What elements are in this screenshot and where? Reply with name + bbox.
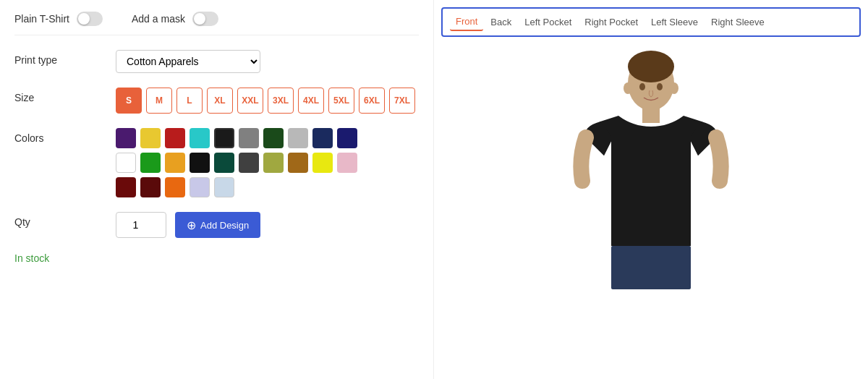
add-design-button[interactable]: ⊕ Add Design [175,212,260,238]
color-swatch[interactable] [239,153,259,173]
color-swatch[interactable] [337,128,357,148]
plus-circle-icon: ⊕ [187,218,196,232]
size-xl[interactable]: XL [207,88,233,114]
color-swatch[interactable] [190,128,210,148]
print-type-label: Print type [14,50,116,66]
view-tabs: Front Back Left Pocket Right Pocket Left… [441,7,861,37]
size-3xl[interactable]: 3XL [268,88,294,114]
qty-row: Qty ⊕ Add Design [14,212,419,238]
qty-input[interactable] [116,212,166,238]
tab-front[interactable]: Front [450,13,483,31]
size-label: Size [14,88,116,103]
size-m[interactable]: M [146,88,172,114]
tab-back[interactable]: Back [485,14,517,30]
plain-tshirt-toggle[interactable] [77,12,103,26]
color-swatch[interactable] [263,128,284,148]
tab-left-sleeve[interactable]: Left Sleeve [645,14,704,30]
add-mask-label: Add a mask [132,13,185,25]
size-options: S M L XL XXL 3XL 4XL 5XL 6XL 7XL [116,88,415,114]
color-swatch[interactable] [288,153,308,173]
svg-point-1 [628,51,674,82]
color-swatch[interactable] [165,128,185,148]
add-mask-group: Add a mask [132,12,218,26]
color-swatch[interactable] [116,128,136,148]
color-swatch[interactable] [214,153,234,173]
plain-tshirt-label: Plain T-Shirt [14,13,69,25]
print-type-select[interactable]: Cotton Apparels Polyester Blend [116,50,260,73]
size-s[interactable]: S [116,88,142,114]
qty-label: Qty [14,212,116,228]
color-swatch-white[interactable] [116,153,136,173]
svg-rect-2 [642,107,660,123]
svg-point-6 [670,82,678,94]
color-swatch[interactable] [140,128,161,148]
left-panel: Plain T-Shirt Add a mask Print type Cott… [0,0,434,379]
color-swatch[interactable] [165,177,185,197]
color-swatch[interactable] [190,177,210,197]
size-4xl[interactable]: 4XL [298,88,324,114]
tab-left-pocket[interactable]: Left Pocket [519,14,577,30]
color-swatch[interactable] [337,153,357,173]
size-row: Size S M L XL XXL 3XL 4XL 5XL 6XL 7XL [14,88,419,114]
svg-rect-7 [611,246,691,289]
add-mask-toggle[interactable] [192,12,218,26]
size-xxl[interactable]: XXL [237,88,263,114]
size-6xl[interactable]: 6XL [359,88,385,114]
top-controls: Plain T-Shirt Add a mask [14,12,419,35]
size-7xl[interactable]: 7XL [389,88,415,114]
color-swatch[interactable] [288,128,308,148]
plain-tshirt-group: Plain T-Shirt [14,12,103,26]
color-swatch[interactable] [312,153,333,173]
color-swatch[interactable] [263,153,284,173]
color-swatch[interactable] [312,128,333,148]
color-swatch[interactable] [239,128,259,148]
right-wrapper: Front Back Left Pocket Right Pocket Left… [434,0,868,379]
person-tshirt-svg [542,43,760,318]
color-swatch[interactable] [140,153,161,173]
in-stock-label: In stock [14,252,419,264]
color-swatch[interactable] [140,177,161,197]
size-l[interactable]: L [176,88,203,114]
right-panel: Front Back Left Pocket Right Pocket Left… [434,0,868,379]
color-swatch[interactable] [116,177,136,197]
tab-right-sleeve[interactable]: Right Sleeve [705,14,770,30]
svg-point-4 [657,83,663,90]
svg-point-5 [624,82,632,94]
color-swatches [116,128,362,197]
color-swatch[interactable] [214,177,234,197]
print-type-row: Print type Cotton Apparels Polyester Ble… [14,50,419,73]
color-swatch[interactable] [190,153,210,173]
add-design-label: Add Design [200,220,249,231]
color-swatch[interactable] [165,153,185,173]
tab-right-pocket[interactable]: Right Pocket [579,14,644,30]
svg-point-3 [639,83,645,90]
colors-row: Colors [14,128,419,197]
tshirt-preview [499,43,803,362]
size-5xl[interactable]: 5XL [328,88,354,114]
color-swatch-black[interactable] [214,128,234,148]
colors-label: Colors [14,128,116,144]
